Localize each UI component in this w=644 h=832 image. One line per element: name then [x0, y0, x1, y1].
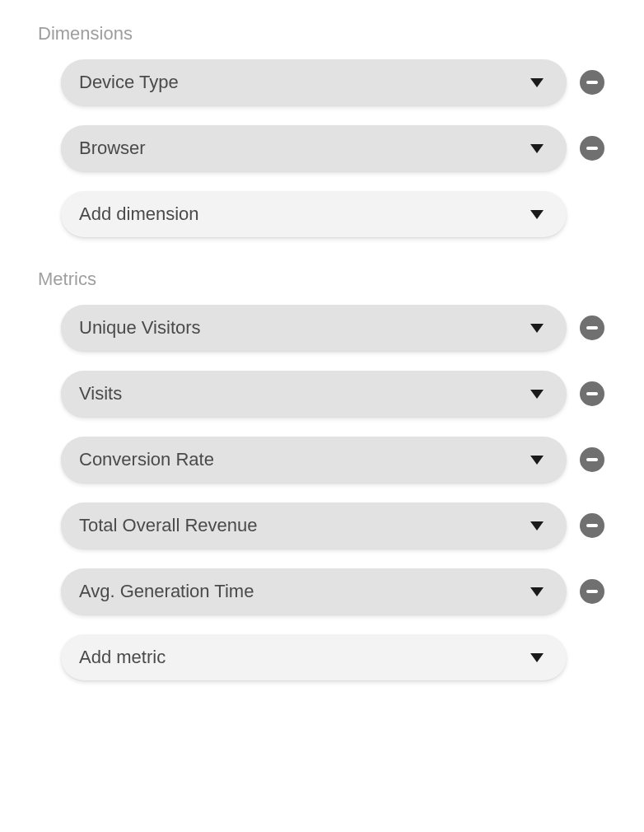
remove-metric-button[interactable]: [580, 381, 604, 406]
spacer: [580, 202, 604, 227]
metric-dropdown-visits[interactable]: Visits: [61, 371, 567, 417]
metrics-rows: Unique Visitors Visits Conversion Rate T…: [38, 305, 606, 680]
remove-metric-button[interactable]: [580, 316, 604, 340]
metrics-title: Metrics: [38, 269, 606, 290]
metric-row: Total Overall Revenue: [61, 502, 606, 549]
metric-row: Unique Visitors: [61, 305, 606, 351]
chevron-down-icon: [530, 653, 544, 662]
metric-dropdown-unique-visitors[interactable]: Unique Visitors: [61, 305, 567, 351]
dimension-dropdown-device-type[interactable]: Device Type: [61, 59, 567, 105]
dimensions-rows: Device Type Browser Add dimension: [38, 59, 606, 237]
metric-row: Conversion Rate: [61, 437, 606, 483]
metric-row: Add metric: [61, 634, 606, 680]
metric-dropdown-avg-generation-time[interactable]: Avg. Generation Time: [61, 568, 567, 615]
remove-dimension-button[interactable]: [580, 70, 604, 95]
dimension-label: Device Type: [79, 72, 179, 93]
chevron-down-icon: [530, 324, 544, 333]
dimension-row: Browser: [61, 125, 606, 171]
dimension-row: Device Type: [61, 59, 606, 105]
add-metric-label: Add metric: [79, 647, 166, 668]
metric-row: Visits: [61, 371, 606, 417]
add-dimension-dropdown[interactable]: Add dimension: [61, 191, 567, 237]
metric-label: Avg. Generation Time: [79, 581, 254, 602]
metric-label: Conversion Rate: [79, 449, 214, 470]
dimension-dropdown-browser[interactable]: Browser: [61, 125, 567, 171]
add-dimension-label: Add dimension: [79, 203, 199, 225]
chevron-down-icon: [530, 210, 544, 219]
dimension-row: Add dimension: [61, 191, 606, 237]
dimensions-section: Dimensions Device Type Browser Add dimen…: [38, 23, 606, 237]
metric-label: Visits: [79, 383, 122, 404]
dimension-label: Browser: [79, 138, 146, 159]
chevron-down-icon: [530, 390, 544, 399]
remove-metric-button[interactable]: [580, 513, 604, 538]
chevron-down-icon: [530, 521, 544, 531]
chevron-down-icon: [530, 456, 544, 465]
chevron-down-icon: [530, 587, 544, 596]
metrics-section: Metrics Unique Visitors Visits Conversio…: [38, 269, 606, 680]
dimensions-title: Dimensions: [38, 23, 606, 44]
chevron-down-icon: [530, 144, 544, 153]
remove-dimension-button[interactable]: [580, 136, 604, 161]
metric-dropdown-conversion-rate[interactable]: Conversion Rate: [61, 437, 567, 483]
metric-label: Unique Visitors: [79, 317, 201, 339]
remove-metric-button[interactable]: [580, 579, 604, 604]
metric-row: Avg. Generation Time: [61, 568, 606, 615]
metric-dropdown-total-overall-revenue[interactable]: Total Overall Revenue: [61, 502, 567, 549]
remove-metric-button[interactable]: [580, 447, 604, 472]
spacer: [580, 645, 604, 670]
chevron-down-icon: [530, 78, 544, 87]
metric-label: Total Overall Revenue: [79, 515, 257, 536]
add-metric-dropdown[interactable]: Add metric: [61, 634, 567, 680]
